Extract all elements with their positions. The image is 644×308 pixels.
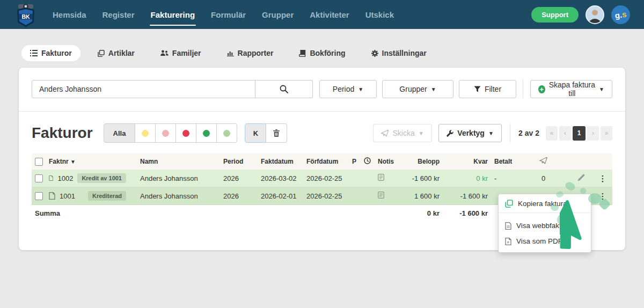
- period-dropdown[interactable]: Period▼: [319, 80, 377, 98]
- nav-item-grupper[interactable]: Grupper: [261, 7, 295, 23]
- name-cell[interactable]: Anders Johansson: [137, 187, 220, 205]
- nav-item-utskick[interactable]: Utskick: [364, 7, 395, 23]
- header-faktnr[interactable]: Faktnr ▼: [46, 153, 137, 170]
- tab-label: Rapporter: [238, 49, 274, 57]
- pagination-prev[interactable]: ‹: [559, 126, 571, 141]
- chevron-down-icon: ▼: [431, 86, 436, 92]
- menu-item-view-as-pdf[interactable]: P Visa som PDF: [499, 233, 591, 249]
- menu-item-view-web-invoice[interactable]: Visa webbfaktura: [499, 218, 591, 233]
- nav-item-fakturering[interactable]: Fakturering: [150, 7, 196, 23]
- brand-s: s: [621, 9, 627, 19]
- sent-count-cell: 0: [518, 170, 569, 187]
- nav-item-hemsida[interactable]: Hemsida: [52, 7, 87, 23]
- grupper-dropdown[interactable]: Grupper▼: [382, 80, 453, 98]
- filter-label: Filter: [485, 85, 501, 93]
- funnel-icon: [474, 86, 481, 92]
- name-cell[interactable]: Anders Johansson: [137, 170, 220, 187]
- divider: [510, 124, 510, 142]
- send-dropdown[interactable]: Skicka▼: [373, 124, 432, 142]
- invoice-number[interactable]: 1001: [60, 192, 75, 200]
- svg-text:BK: BK: [21, 13, 30, 20]
- due-date-cell: 2026-02-25: [303, 187, 349, 205]
- header-notis[interactable]: Notis: [375, 153, 397, 170]
- status-filter-pink[interactable]: [155, 123, 176, 143]
- credit-filter-button[interactable]: K: [245, 123, 266, 143]
- header-kvar[interactable]: Kvar: [443, 153, 491, 170]
- pagination-page-1[interactable]: 1: [573, 126, 586, 141]
- header-namn[interactable]: Namn: [137, 153, 220, 170]
- invoices-toolbar: Fakturor Alla K Skicka▼: [32, 123, 612, 143]
- trash-filter-button[interactable]: [266, 123, 287, 143]
- invoice-context-menu: Kopiera faktura Visa webbfaktura P Visa …: [498, 194, 591, 253]
- pdf-file-icon[interactable]: [49, 192, 55, 200]
- tab-rapporter[interactable]: Rapporter: [218, 45, 282, 61]
- brand-badge[interactable]: g.s: [610, 4, 632, 25]
- search-input[interactable]: [32, 80, 255, 98]
- sort-caret-icon: ▼: [70, 159, 76, 165]
- tab-artiklar[interactable]: Artiklar: [89, 45, 143, 61]
- create-invoice-label: Skapa faktura till: [549, 80, 596, 98]
- invoice-date-cell: 2026-03-02: [258, 170, 303, 187]
- status-filter-light-green[interactable]: [216, 123, 237, 143]
- top-navbar: BK Hemsida Register Fakturering Formulär…: [0, 0, 644, 29]
- nav-item-aktiviteter[interactable]: Aktiviteter: [309, 7, 350, 23]
- tab-label: Bokföring: [310, 49, 345, 57]
- header-skickad[interactable]: [518, 153, 569, 170]
- select-all-checkbox[interactable]: [35, 158, 43, 166]
- tab-installningar[interactable]: Inställningar: [363, 45, 435, 61]
- club-crest-logo[interactable]: BK: [14, 3, 38, 28]
- status-filter-alla[interactable]: Alla: [104, 123, 136, 143]
- amount-cell: 1 600 kr: [397, 187, 443, 205]
- pagination-last[interactable]: »: [601, 126, 612, 141]
- header-reminder[interactable]: [361, 153, 375, 170]
- header-belopp[interactable]: Belopp: [397, 153, 443, 170]
- row-checkbox[interactable]: [35, 192, 43, 200]
- status-filter-green[interactable]: [196, 123, 217, 143]
- actions-cell: ⋮: [593, 187, 612, 205]
- note-cell[interactable]: [375, 187, 397, 205]
- tab-bokforing[interactable]: Bokföring: [290, 45, 354, 61]
- header-faktdatum[interactable]: Faktdatum: [258, 153, 303, 170]
- header-p[interactable]: P: [349, 153, 361, 170]
- row-checkbox[interactable]: [35, 174, 43, 182]
- nav-item-formular[interactable]: Formulär: [210, 7, 247, 23]
- pencil-icon[interactable]: [577, 174, 585, 181]
- kebab-menu-icon[interactable]: ⋮: [596, 174, 609, 182]
- support-button[interactable]: Support: [531, 7, 579, 23]
- tab-label: Artiklar: [108, 49, 135, 57]
- invoice-date-cell: 2026-02-01: [258, 187, 303, 205]
- period-label: Period: [333, 85, 354, 93]
- tools-dropdown[interactable]: Verktyg▼: [438, 124, 502, 142]
- chevron-down-icon: ▼: [488, 130, 494, 136]
- tab-fakturor[interactable]: Fakturor: [21, 45, 80, 61]
- pagination-next[interactable]: ›: [587, 126, 599, 141]
- pdf-file-icon[interactable]: [49, 174, 53, 182]
- plus-circle-icon: +: [538, 85, 545, 93]
- status-filter-yellow[interactable]: [135, 123, 156, 143]
- send-label: Skicka: [392, 129, 414, 137]
- invoice-row-1002[interactable]: 1002 Kredit av 1001 Anders Johansson 202…: [32, 170, 612, 187]
- web-invoice-icon: [505, 222, 511, 230]
- nav-item-register[interactable]: Register: [101, 7, 136, 23]
- user-avatar[interactable]: [586, 5, 604, 24]
- select-all-checkbox-cell: [32, 153, 46, 170]
- filter-button[interactable]: Filter: [459, 80, 516, 98]
- tab-label: Fakturor: [41, 49, 72, 57]
- header-forfdatum[interactable]: Förfdatum: [303, 153, 349, 170]
- search-icon: [280, 85, 288, 93]
- tab-familjer[interactable]: Familjer: [152, 45, 210, 61]
- menu-item-copy-invoice[interactable]: Kopiera faktura: [499, 194, 591, 213]
- create-invoice-dropdown[interactable]: + Skapa faktura till ▼: [530, 80, 612, 98]
- credit-badge: Kredit av 1001: [77, 173, 126, 183]
- status-filter-red[interactable]: [175, 123, 196, 143]
- invoice-number[interactable]: 1002: [57, 174, 73, 182]
- header-betalt[interactable]: Betalt: [491, 153, 518, 170]
- p-cell: [349, 170, 361, 187]
- kebab-menu-icon[interactable]: ⋮: [596, 192, 609, 200]
- header-period[interactable]: Period: [220, 153, 258, 170]
- note-cell[interactable]: [375, 170, 397, 187]
- search-button[interactable]: [255, 80, 313, 98]
- faktnr-cell: 1002 Kredit av 1001: [46, 170, 137, 187]
- chart-icon: [227, 50, 234, 56]
- pagination-first[interactable]: «: [546, 126, 558, 141]
